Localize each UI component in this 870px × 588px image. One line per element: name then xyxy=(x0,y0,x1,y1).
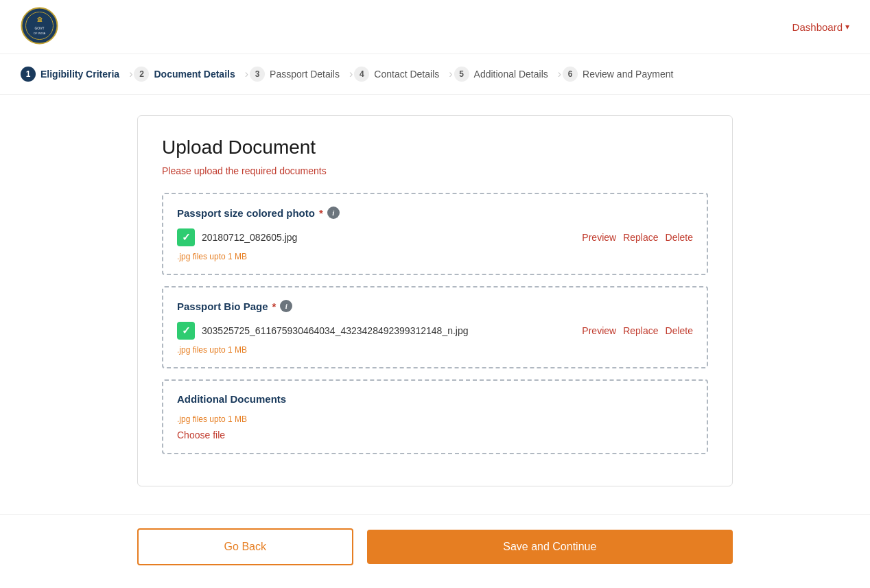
replace-btn-2[interactable]: Replace xyxy=(623,325,658,336)
file-actions-1: Preview Replace Delete xyxy=(582,232,693,243)
step-sep-2: › xyxy=(245,68,248,80)
file-hint-3: .jpg files upto 1 MB xyxy=(177,414,693,424)
doc-section-passport-bio: Passport Bio Page * i 303525725_61167593… xyxy=(162,286,708,368)
go-back-button[interactable]: Go Back xyxy=(137,528,353,565)
step-label-document: Document Details xyxy=(154,69,235,80)
file-row-1: 20180712_082605.jpg Preview Replace Dele… xyxy=(177,228,693,246)
step-eligibility[interactable]: 1 Eligibility Criteria xyxy=(21,64,128,84)
bottom-bar: Go Back Save and Continue xyxy=(0,514,870,579)
choose-file-link[interactable]: Choose file xyxy=(177,430,225,440)
header: 🏛 GOVT OF INDIA Dashboard xyxy=(0,0,870,54)
step-num-1: 1 xyxy=(21,67,36,82)
logo: 🏛 GOVT OF INDIA xyxy=(21,7,58,47)
delete-btn-2[interactable]: Delete xyxy=(666,325,693,336)
delete-btn-1[interactable]: Delete xyxy=(666,232,693,243)
doc-section-passport-photo: Passport size colored photo * i 20180712… xyxy=(162,193,708,275)
doc-section-additional: Additional Documents .jpg files upto 1 M… xyxy=(162,379,708,454)
file-name-2: 303525725_611675930464034_43234284923993… xyxy=(202,325,575,336)
svg-text:GOVT: GOVT xyxy=(34,26,44,30)
file-row-2: 303525725_611675930464034_43234284923993… xyxy=(177,322,693,340)
svg-text:OF INDIA: OF INDIA xyxy=(34,32,46,35)
doc-title-additional: Additional Documents xyxy=(177,393,693,405)
svg-text:🏛: 🏛 xyxy=(37,16,43,23)
file-hint-1: .jpg files upto 1 MB xyxy=(177,252,693,261)
step-sep-4: › xyxy=(449,68,452,80)
file-check-1 xyxy=(177,228,195,246)
step-sep-1: › xyxy=(129,68,132,80)
step-num-6: 6 xyxy=(563,67,578,82)
step-document[interactable]: 2 Document Details xyxy=(134,64,243,84)
required-star-2: * xyxy=(272,301,277,312)
step-passport[interactable]: 3 Passport Details xyxy=(250,64,348,84)
replace-btn-1[interactable]: Replace xyxy=(623,232,658,243)
step-label-review: Review and Payment xyxy=(583,69,673,80)
page-subtitle: Please upload the required documents xyxy=(162,165,708,176)
doc-label-passport-photo: Passport size colored photo xyxy=(177,207,315,219)
step-label-eligibility: Eligibility Criteria xyxy=(40,69,119,80)
file-name-1: 20180712_082605.jpg xyxy=(202,232,575,243)
step-num-4: 4 xyxy=(354,67,369,82)
step-sep-5: › xyxy=(558,68,561,80)
step-review[interactable]: 6 Review and Payment xyxy=(563,64,681,84)
upload-card: Upload Document Please upload the requir… xyxy=(137,115,733,486)
step-label-passport: Passport Details xyxy=(270,69,340,80)
step-num-3: 3 xyxy=(250,67,265,82)
step-sep-3: › xyxy=(349,68,353,80)
file-check-2 xyxy=(177,322,195,340)
main-content: Upload Document Please upload the requir… xyxy=(0,95,870,507)
page-title: Upload Document xyxy=(162,137,708,158)
required-star-1: * xyxy=(319,207,323,219)
dashboard-link[interactable]: Dashboard xyxy=(792,21,849,33)
step-label-contact: Contact Details xyxy=(374,69,439,80)
stepper: 1 Eligibility Criteria › 2 Document Deta… xyxy=(0,54,870,95)
doc-label-additional: Additional Documents xyxy=(177,393,286,405)
doc-label-passport-bio: Passport Bio Page xyxy=(177,301,268,312)
file-hint-2: .jpg files upto 1 MB xyxy=(177,345,693,355)
step-label-additional: Additional Details xyxy=(474,69,548,80)
step-num-2: 2 xyxy=(134,67,149,82)
save-continue-button[interactable]: Save and Continue xyxy=(367,530,733,564)
info-icon-2[interactable]: i xyxy=(280,300,292,312)
step-contact[interactable]: 4 Contact Details xyxy=(354,64,447,84)
doc-title-passport-photo: Passport size colored photo * i xyxy=(177,207,693,219)
step-additional[interactable]: 5 Additional Details xyxy=(454,64,556,84)
preview-btn-1[interactable]: Preview xyxy=(582,232,616,243)
info-icon-1[interactable]: i xyxy=(327,207,340,219)
file-actions-2: Preview Replace Delete xyxy=(582,325,693,336)
step-num-5: 5 xyxy=(454,67,469,82)
preview-btn-2[interactable]: Preview xyxy=(582,325,616,336)
doc-title-passport-bio: Passport Bio Page * i xyxy=(177,300,693,312)
